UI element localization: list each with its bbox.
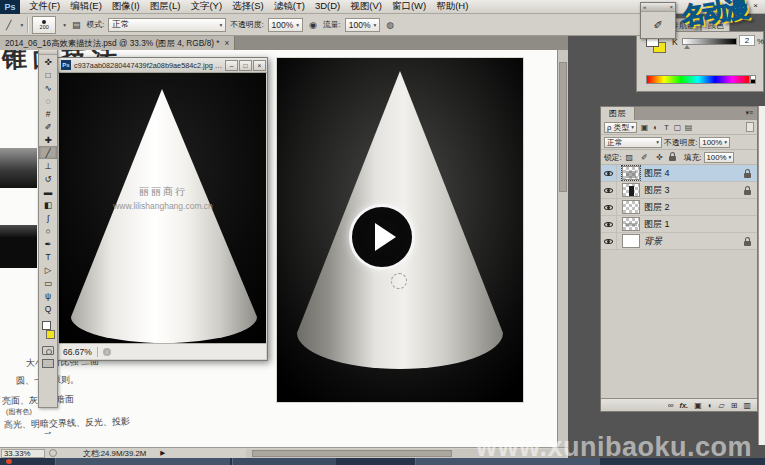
k-slider[interactable] bbox=[682, 38, 737, 45]
menu-item[interactable]: 视图(V) bbox=[345, 0, 387, 11]
black-swatch[interactable] bbox=[750, 79, 756, 84]
menu-item[interactable]: 3D(D) bbox=[310, 0, 345, 11]
layer-row[interactable]: 图层 4 bbox=[601, 165, 757, 182]
menu-item[interactable]: 窗口(W) bbox=[387, 0, 431, 11]
add-layer-mask[interactable]: ▣ bbox=[694, 401, 702, 410]
history-brush-tool[interactable]: ↺ bbox=[39, 172, 57, 185]
maximize-button[interactable]: □ bbox=[239, 60, 252, 71]
quick-mask-button[interactable] bbox=[42, 346, 54, 355]
lasso-tool[interactable]: ∿ bbox=[39, 81, 57, 94]
foreground-color-swatch[interactable] bbox=[42, 321, 51, 330]
k-value-field[interactable]: 2 bbox=[739, 35, 755, 46]
cone-photo[interactable]: 丽丽商行 www.lilishanghang.com.cn bbox=[59, 73, 266, 343]
info-icon[interactable]: i bbox=[103, 348, 111, 356]
visibility-toggle[interactable] bbox=[601, 165, 617, 181]
flow-select[interactable]: 100% ▾ bbox=[345, 18, 381, 32]
filter-type-layers[interactable]: T bbox=[661, 123, 672, 132]
layer-row[interactable]: 图层 2 bbox=[601, 199, 757, 216]
filter-adjustment-layers[interactable]: ◐ bbox=[650, 123, 661, 132]
new-adjustment-layer[interactable]: ◐ bbox=[708, 401, 713, 410]
link-layers[interactable]: ∞ bbox=[668, 401, 674, 410]
filter-smart-objects[interactable]: ▤ bbox=[683, 123, 694, 132]
taskbar-item[interactable] bbox=[55, 458, 230, 465]
panel-menu-icon[interactable]: ▾≡ bbox=[745, 107, 757, 120]
menu-item[interactable]: 帮助(H) bbox=[431, 0, 473, 11]
vertical-scrollbar[interactable] bbox=[557, 50, 568, 447]
hand-tool[interactable]: ψ bbox=[39, 289, 57, 302]
brush-tool[interactable]: ╱ bbox=[39, 146, 57, 159]
layer-row[interactable]: 图层 1 bbox=[601, 216, 757, 233]
layer-blend-mode-select[interactable]: 正常 ▾ bbox=[604, 137, 662, 148]
filter-shape-layers[interactable]: ▢ bbox=[672, 123, 683, 132]
close-tab-icon[interactable]: × bbox=[225, 38, 230, 48]
brush-picker-arrow[interactable]: ▾ bbox=[63, 22, 66, 28]
document-tab[interactable]: 2014_06_16高效素描技法.psd @ 33.3% (图层 4, RGB/… bbox=[0, 36, 235, 50]
brush-panel-icon[interactable]: ✐ bbox=[641, 12, 675, 38]
clone-stamp-tool[interactable]: ⊥ bbox=[39, 159, 57, 172]
filter-toggle-button[interactable] bbox=[746, 122, 754, 132]
screen-mode-button[interactable] bbox=[42, 359, 54, 368]
layer-row[interactable]: 图层 3 bbox=[601, 182, 757, 199]
eyedropper-tool[interactable]: ✐ bbox=[39, 120, 57, 133]
blend-mode-select[interactable]: 正常 ▾ bbox=[108, 18, 226, 32]
background-color-swatch[interactable] bbox=[46, 330, 55, 339]
color-spectrum-ramp[interactable] bbox=[646, 75, 750, 84]
eraser-tool[interactable]: ▬ bbox=[39, 185, 57, 198]
airbrush-icon[interactable]: ◍ bbox=[384, 20, 396, 30]
type-tool[interactable]: T bbox=[39, 250, 57, 263]
spot-healing-brush-tool[interactable]: ✚ bbox=[39, 133, 57, 146]
menu-item[interactable]: 文件(F) bbox=[24, 0, 65, 11]
image-zoom-level[interactable]: 66.67% bbox=[63, 347, 92, 357]
menu-item[interactable]: 选择(S) bbox=[227, 0, 269, 11]
visibility-toggle[interactable] bbox=[601, 182, 617, 198]
new-layer[interactable]: ⊞ bbox=[731, 401, 738, 410]
rectangle-shape-tool[interactable]: ▭ bbox=[39, 276, 57, 289]
lock-image-pixels[interactable]: ✐ bbox=[639, 153, 650, 162]
tablet-pressure-icon[interactable]: ◉ bbox=[307, 20, 319, 30]
visibility-toggle[interactable] bbox=[601, 216, 617, 232]
menu-item[interactable]: 滤镜(T) bbox=[269, 0, 310, 11]
zoom-tool[interactable]: Q bbox=[39, 302, 57, 315]
close-window-button[interactable]: × bbox=[750, 1, 761, 10]
filter-pixel-layers[interactable]: ▣ bbox=[639, 123, 650, 132]
rectangular-marquee-tool[interactable]: □ bbox=[39, 68, 57, 81]
layer-style-fx[interactable]: fx. bbox=[679, 401, 688, 410]
menu-item[interactable]: 图层(L) bbox=[145, 0, 186, 11]
filter-type-select[interactable]: ρ 类型 ▾ bbox=[604, 122, 637, 133]
k-slider-thumb[interactable] bbox=[684, 45, 690, 49]
lock-position[interactable]: ✜ bbox=[654, 153, 665, 162]
layer-opacity-select[interactable]: 100% ▾ bbox=[699, 137, 730, 148]
visibility-toggle[interactable] bbox=[601, 199, 617, 215]
video-play-button[interactable] bbox=[349, 204, 415, 270]
smudge-tool[interactable]: ∫ bbox=[39, 211, 57, 224]
menu-item[interactable]: 图像(I) bbox=[107, 0, 145, 11]
path-selection-tool[interactable]: ▷ bbox=[39, 263, 57, 276]
collapsed-panel[interactable]: « × ✐ bbox=[640, 2, 676, 39]
dodge-tool[interactable]: ○ bbox=[39, 224, 57, 237]
minimize-button[interactable]: ‒ bbox=[225, 60, 238, 71]
brush-preset-picker[interactable]: 200 bbox=[32, 16, 56, 34]
fill-select[interactable]: 100% ▾ bbox=[704, 152, 735, 163]
menu-item[interactable]: 文字(Y) bbox=[185, 0, 227, 11]
visibility-toggle[interactable] bbox=[601, 233, 617, 249]
opacity-select[interactable]: 100% ▾ bbox=[268, 18, 304, 32]
status-arrow-button[interactable]: ▶ bbox=[160, 449, 165, 457]
new-group[interactable]: ▱ bbox=[719, 401, 725, 410]
quick-selection-tool[interactable]: ◌ bbox=[39, 94, 57, 107]
tab-layers[interactable]: 图层 bbox=[601, 107, 635, 120]
move-tool[interactable]: ✜ bbox=[39, 55, 57, 68]
delete-layer[interactable]: ▥ bbox=[743, 401, 751, 410]
gradient-tool[interactable]: ◧ bbox=[39, 198, 57, 211]
pen-tool[interactable]: ✒ bbox=[39, 237, 57, 250]
panel-scroll-strip[interactable] bbox=[758, 106, 765, 445]
zoom-level-field[interactable]: 33.33% bbox=[1, 449, 45, 458]
lock-transparent-pixels[interactable]: ▨ bbox=[624, 153, 635, 162]
scrollbar-thumb[interactable] bbox=[252, 450, 452, 457]
scrollbar-thumb[interactable] bbox=[559, 62, 567, 192]
collapse-icon[interactable]: « bbox=[643, 4, 646, 10]
taskbar-item[interactable] bbox=[232, 458, 336, 465]
crop-tool[interactable]: # bbox=[39, 107, 57, 120]
brush-tool-icon[interactable]: ╱ bbox=[4, 20, 13, 30]
toggle-brush-panel-icon[interactable]: ▤ bbox=[70, 20, 83, 30]
layer-row[interactable]: 背景 bbox=[601, 233, 757, 250]
